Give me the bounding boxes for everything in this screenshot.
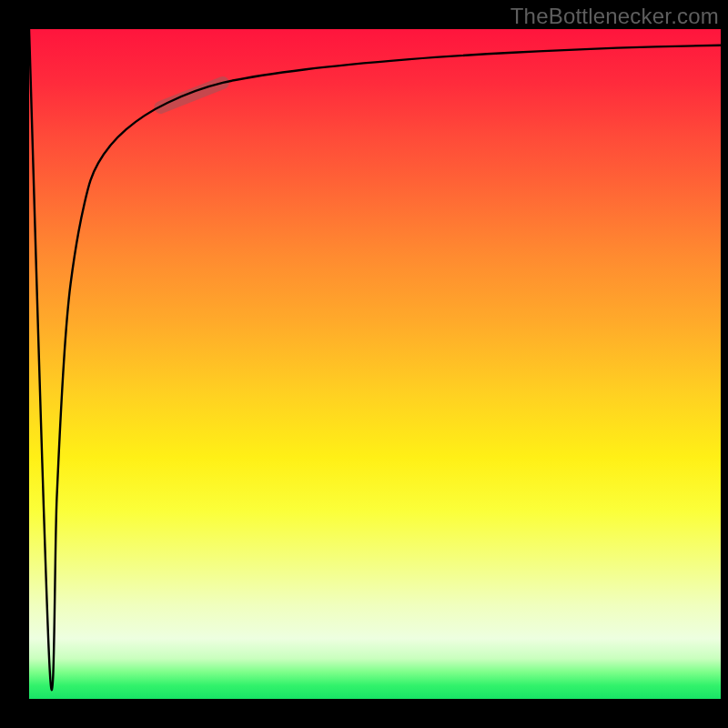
watermark-text: TheBottlenecker.com (511, 4, 719, 29)
plot-area (29, 29, 721, 699)
curve-svg (29, 29, 721, 699)
chart-frame: TheBottlenecker.com (0, 0, 728, 728)
highlight-segment (160, 83, 222, 107)
bottleneck-curve (29, 29, 721, 690)
